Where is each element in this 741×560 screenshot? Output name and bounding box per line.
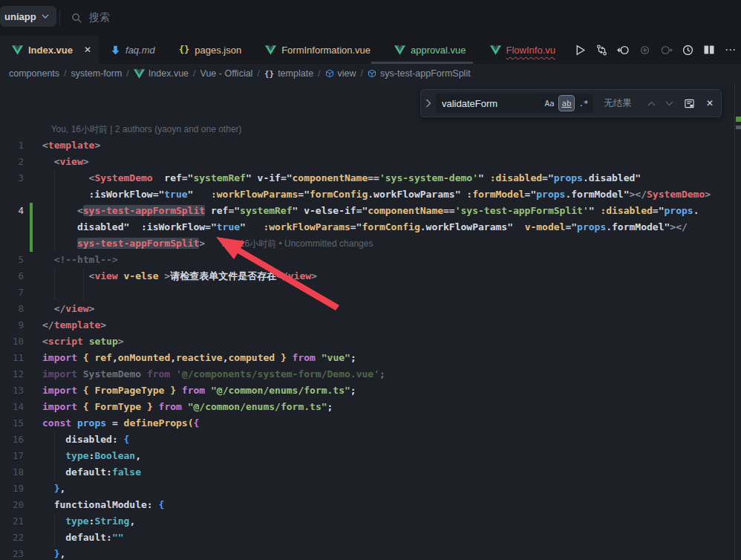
code-row[interactable]: 4<sys-test-appFormSplit ref="systemRef" … [0,203,734,219]
code-text: <!--html--> [54,252,118,268]
navigate-forward-icon [659,42,673,57]
code-token: :isWorkFlow [89,189,153,200]
code-token: Boolean [94,450,135,461]
breadcrumb-item-vue-official[interactable]: Vue - Official [200,68,253,79]
git-blame-annotation: You, 16小时前 • Uncommitted changes [205,238,373,249]
close-find-icon[interactable]: ✕ [700,98,719,108]
code-token [205,385,211,396]
tab-approval-vue[interactable]: approval.vue [382,36,477,64]
breadcrumb-item-view[interactable]: view [325,68,356,79]
code-token: { [83,401,89,412]
code-token: =" [298,189,310,200]
line-number: 4 [0,203,24,219]
code-row[interactable]: 12import SystemDemo from '@/components/s… [0,366,734,382]
workspace-switcher-button[interactable]: uniapp [0,6,56,27]
code-token: =" [153,189,165,200]
breadcrumb-separator: / [64,68,66,79]
breadcrumb-item-index-vue[interactable]: Index.vue [134,68,189,79]
code-token: view [65,303,88,314]
tab-forminformation-vue[interactable]: FormInformation.vue [253,36,382,64]
split-editor-icon[interactable] [702,42,716,57]
code-row[interactable]: 5<!--html--> [0,252,734,268]
code-row[interactable]: 6<view v-else >请检查表单文件是否存在</view> [0,268,734,284]
code-row[interactable]: 19}, [0,481,734,497]
git-actions-icon[interactable] [594,42,609,57]
code-text: const props = defineProps({ [42,415,199,432]
line-number: 1 [0,137,24,154]
code-token: true [217,221,240,232]
code-row[interactable]: 18default:false [0,464,734,481]
code-token: > [311,270,317,281]
code-row[interactable]: 22default:"" [0,530,734,546]
code-row[interactable]: 9</template> [0,317,734,333]
code-row[interactable]: 23}, [0,546,734,560]
more-actions-icon[interactable]: ⋯ [723,42,738,57]
regex-button[interactable]: .* [576,96,591,111]
find-in-selection-icon[interactable] [678,98,700,109]
breadcrumb-item-template[interactable]: {}template [264,68,313,79]
code-token: 请检查表单文件是否存在 [170,270,276,281]
code-row[interactable]: 20functionalModule: { [0,497,734,513]
breadcrumb-item-system-form[interactable]: system-form [71,68,123,79]
code-token: ; [350,385,356,396]
line-number: 15 [0,415,24,432]
breadcrumb-label: view [338,68,356,79]
code-row[interactable]: You, 16小时前 | 2 authors (yaoyn and one ot… [0,121,734,137]
code-row[interactable]: 1<template> [0,137,734,154]
code-row[interactable]: 13import { FromPageType } from "@/common… [0,382,734,399]
code-row[interactable]: 16disabled: { [0,432,734,448]
timeline-icon[interactable] [680,42,695,57]
code-row[interactable]: 14import { FormType } from "@/common/enu… [0,399,734,415]
code-token: .disabled" [583,172,641,183]
code-text: <template> [42,137,100,154]
indent-guide [83,284,84,301]
code-row[interactable]: 3<SystemDemo ref="systemRef" v-if="compo… [0,170,734,186]
run-icon[interactable] [572,42,587,57]
overview-ruler[interactable] [734,83,741,560]
code-text: </view> [54,301,95,317]
match-case-button[interactable]: Aa [542,96,557,111]
code-token: = [112,417,118,429]
code-row[interactable]: 11import { ref,onMounted,reactive,comput… [0,350,734,366]
editor-pane[interactable]: You, 16小时前 | 2 authors (yaoyn and one ot… [0,83,741,560]
tab-flowinfo-vu[interactable]: FlowInfo.vu [478,36,567,64]
whole-word-button[interactable]: ab [559,96,574,111]
code-token: </ [276,270,288,281]
code-token: props [664,205,693,216]
code-text: <view v-else >请检查表单文件是否存在</view> [89,268,317,284]
code-token [182,401,188,412]
breadcrumb-separator: / [257,68,259,79]
code-row[interactable]: 17type:Boolean, [0,448,734,464]
line-number: 13 [0,382,24,399]
close-tab-icon[interactable]: ✕ [84,45,91,55]
global-search-button[interactable]: 搜索 [71,11,110,25]
breadcrumb-item-sys-test-appformsplit[interactable]: sys-test-appFormSplit [368,68,471,79]
code-row[interactable]: disabled" :isWorkFlow="true" :workFlowPa… [0,219,734,235]
code-token: ></ [630,189,647,200]
workspace-label: uniapp [4,11,36,22]
tab-faq-md[interactable]: faq.md [99,36,167,64]
tabbar-scrollbar[interactable] [371,62,473,64]
code-row[interactable]: 21type:String, [0,513,734,530]
toggle-replace-icon[interactable] [421,99,436,108]
code-row[interactable]: 7 [0,284,734,301]
code-row[interactable]: sys-test-appFormSplit> You, 16小时前 • Unco… [0,235,734,252]
code-row[interactable]: 15const props = defineProps({ [0,415,734,432]
vue-icon [134,69,145,79]
code-token: > [705,189,711,200]
code-text: <sys-test-appFormSplit ref="systemRef" v… [77,203,699,219]
line-number: 8 [0,301,24,317]
tab-index-vue[interactable]: Index.vue✕ [0,36,99,64]
code-token: reactive [176,352,223,363]
breadcrumb-item-components[interactable]: components [9,68,59,79]
line-number: 10 [0,333,24,350]
back-circle-icon[interactable] [616,42,630,57]
code-row[interactable]: 8</view> [0,301,734,317]
code-token: :disabled [600,205,652,216]
code-row[interactable]: :isWorkFlow="true" :workFlowParams="form… [0,186,734,203]
code-text: import SystemDemo from '@/components/sys… [42,366,385,382]
tab-pages-json[interactable]: {}pages.json [167,36,253,64]
code-row[interactable]: 10<script setup> [0,333,734,350]
code-row[interactable]: 2<view> [0,154,734,170]
code-token: const [42,417,71,429]
